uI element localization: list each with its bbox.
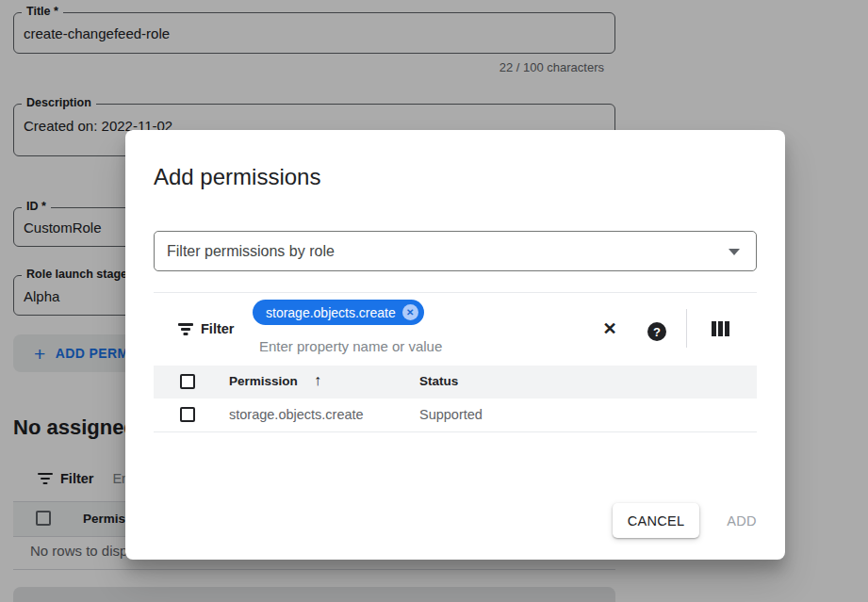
chip-remove-icon[interactable]: ✕ <box>402 304 418 320</box>
toolbar-vertical-divider <box>686 309 687 348</box>
help-icon[interactable]: ? <box>645 319 669 344</box>
status-column-header[interactable]: Status <box>419 374 458 388</box>
dialog-title: Add permissions <box>154 164 320 190</box>
clear-filters-icon[interactable]: ✕ <box>598 317 622 341</box>
dialog-table-header: Permission ↑ Status <box>154 366 757 399</box>
dialog-filter-label: Filter <box>201 321 234 336</box>
dialog-filter-input[interactable]: Enter property name or value <box>259 338 442 354</box>
row-permission-cell: storage.objects.create <box>229 407 364 422</box>
cancel-button[interactable]: CANCEL <box>613 503 699 538</box>
filter-chip[interactable]: storage.objects.create ✕ <box>253 300 424 325</box>
dropdown-arrow-icon <box>729 249 740 255</box>
add-permissions-dialog: Add permissions Filter permissions by ro… <box>125 130 785 560</box>
filter-icon <box>178 323 193 335</box>
role-select-placeholder: Filter permissions by role <box>167 243 335 260</box>
filter-permissions-by-role-select[interactable]: Filter permissions by role <box>154 231 757 271</box>
permission-column-header[interactable]: Permission <box>229 374 298 388</box>
table-row[interactable]: storage.objects.create Supported <box>154 399 757 432</box>
toolbar-top-divider <box>154 292 757 293</box>
sort-ascending-icon[interactable]: ↑ <box>314 372 321 389</box>
filter-chip-value: storage.objects.create <box>266 305 396 320</box>
row-checkbox[interactable] <box>180 407 195 422</box>
select-all-checkbox[interactable] <box>180 374 195 389</box>
column-options-icon[interactable] <box>712 321 729 336</box>
row-status-cell: Supported <box>419 407 483 422</box>
add-button[interactable]: ADD <box>715 503 768 538</box>
